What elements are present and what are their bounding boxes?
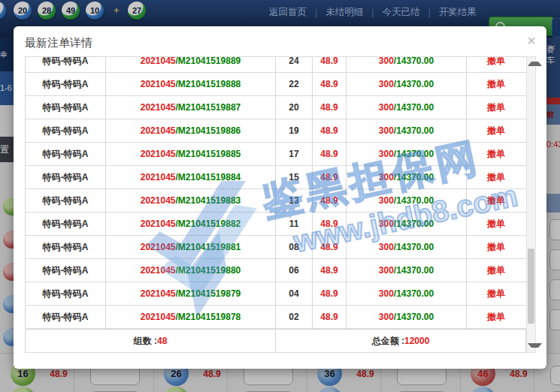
- odds-value: 48.9: [320, 172, 338, 182]
- cancel-bet-button[interactable]: 撤单: [487, 241, 505, 254]
- bet-amount: 300: [379, 149, 394, 159]
- bet-type: 特码-特码A: [43, 78, 89, 91]
- order-number: /M21041519885: [175, 149, 241, 159]
- groups-total: 组数 : 48: [26, 330, 276, 352]
- total-label: 总金额 :: [372, 335, 404, 348]
- bet-number: 11: [289, 219, 299, 229]
- period: 2021045: [141, 79, 176, 89]
- order-number: /M21041519880: [175, 265, 241, 276]
- period: 2021045: [141, 149, 176, 159]
- groups-value: 48: [157, 336, 167, 346]
- order-number: /M21041519886: [175, 125, 241, 136]
- bet-amount: 300: [379, 195, 394, 206]
- bet-amount: 300: [379, 102, 394, 113]
- cancel-bet-button[interactable]: 撤单: [487, 311, 505, 324]
- odds-value: 48.9: [320, 79, 338, 89]
- period: 2021045: [141, 265, 176, 276]
- bet-amount: 300: [379, 242, 394, 252]
- bet-table: 特码-特码A2021045/M210415198892448.9300/1437…: [25, 56, 528, 330]
- bet-amount: 300: [379, 265, 394, 276]
- odds-value: 48.9: [320, 219, 338, 229]
- amount-total: /14370.00: [394, 312, 434, 322]
- bet-type: 特码-特码A: [43, 171, 89, 184]
- bet-amount: 300: [379, 79, 394, 89]
- period: 2021045: [141, 102, 176, 113]
- bet-amount: 300: [379, 219, 394, 229]
- cancel-bet-button[interactable]: 撤单: [487, 101, 505, 114]
- period: 2021045: [141, 242, 176, 252]
- order-number: /M21041519878: [175, 312, 241, 322]
- amount-total: /14370.00: [394, 149, 434, 159]
- bet-number: 22: [289, 79, 298, 89]
- order-number: /M21041519881: [175, 242, 241, 252]
- period: 2021045: [141, 219, 176, 229]
- bet-row: 特码-特码A2021045/M210415198861948.9300/1437…: [26, 119, 527, 143]
- odds-value: 48.9: [320, 242, 338, 252]
- bet-number: 15: [289, 172, 298, 182]
- cancel-bet-button[interactable]: 撤单: [487, 125, 505, 137]
- modal-scrollbar[interactable]: [526, 56, 536, 353]
- bet-amount: 300: [379, 312, 394, 322]
- bet-type: 特码-特码A: [43, 56, 89, 68]
- scroll-down-icon[interactable]: [528, 343, 542, 348]
- cancel-bet-button[interactable]: 撤单: [487, 288, 505, 300]
- odds-value: 48.9: [320, 56, 338, 66]
- period: 2021045: [141, 56, 176, 66]
- bet-number: 08: [289, 242, 298, 252]
- period: 2021045: [141, 312, 176, 322]
- bet-type: 特码-特码A: [43, 125, 89, 137]
- cancel-bet-button[interactable]: 撤单: [487, 78, 505, 91]
- amount-total: /14370.00: [394, 195, 434, 206]
- period: 2021045: [141, 172, 176, 182]
- bet-row: 特码-特码A2021045/M210415198790448.9300/1437…: [26, 282, 527, 306]
- bet-amount: 300: [379, 125, 394, 136]
- cancel-bet-button[interactable]: 撤单: [487, 218, 505, 231]
- bet-type: 特码-特码A: [43, 194, 89, 207]
- groups-label: 组数 :: [134, 335, 157, 348]
- bet-type: 特码-特码A: [43, 311, 89, 324]
- bet-row: 特码-特码A2021045/M210415198800648.9300/1437…: [26, 259, 527, 282]
- bet-type: 特码-特码A: [43, 241, 89, 254]
- order-number: /M21041519883: [175, 195, 241, 206]
- bet-type: 特码-特码A: [43, 148, 89, 161]
- bet-type: 特码-特码A: [43, 101, 89, 114]
- odds-value: 48.9: [320, 312, 338, 322]
- bet-row: 特码-特码A2021045/M210415198780248.9300/1437…: [26, 306, 527, 329]
- order-number: /M21041519884: [175, 172, 241, 182]
- odds-value: 48.9: [320, 288, 338, 299]
- scrollbar-thumb[interactable]: [528, 249, 534, 324]
- scroll-up-icon[interactable]: [528, 62, 542, 66]
- bet-row: 特码-特码A2021045/M210415198892448.9300/1437…: [26, 56, 527, 73]
- cancel-bet-button[interactable]: 撤单: [487, 148, 505, 161]
- amount-total: /14370.00: [394, 79, 434, 89]
- order-number: /M21041519888: [175, 79, 241, 89]
- table-footer: 组数 : 48 总金额 : 12000: [25, 329, 526, 353]
- cancel-bet-button[interactable]: 撤单: [487, 194, 505, 207]
- cancel-bet-button[interactable]: 撤单: [487, 171, 505, 184]
- close-icon[interactable]: ×: [527, 33, 536, 48]
- amount-total: /14370.00: [394, 102, 434, 113]
- order-number: /M21041519879: [175, 288, 241, 299]
- bet-number: 24: [289, 56, 298, 66]
- bet-number: 04: [289, 288, 298, 299]
- cancel-bet-button[interactable]: 撤单: [487, 264, 505, 277]
- period: 2021045: [141, 195, 176, 206]
- period: 2021045: [141, 125, 176, 136]
- odds-value: 48.9: [320, 125, 338, 136]
- amount-total: /14370.00: [394, 172, 434, 182]
- bet-type: 特码-特码A: [43, 218, 89, 231]
- bet-row: 特码-特码A2021045/M210415198872048.9300/1437…: [26, 96, 527, 119]
- bet-row: 特码-特码A2021045/M210415198851748.9300/1437…: [26, 143, 527, 166]
- odds-value: 48.9: [320, 102, 338, 113]
- bet-row: 特码-特码A2021045/M210415198810848.9300/1437…: [26, 236, 527, 259]
- order-number: /M21041519887: [175, 102, 241, 113]
- bet-number: 13: [289, 195, 298, 206]
- bet-type: 特码-特码A: [43, 264, 89, 277]
- total-value: 12000: [404, 336, 429, 346]
- odds-value: 48.9: [320, 265, 338, 276]
- bet-row: 特码-特码A2021045/M210415198831348.9300/1437…: [26, 189, 527, 213]
- cancel-bet-button[interactable]: 撤单: [487, 56, 505, 68]
- period: 2021045: [141, 288, 176, 299]
- bet-amount: 300: [379, 172, 394, 182]
- order-number: /M21041519889: [175, 56, 241, 66]
